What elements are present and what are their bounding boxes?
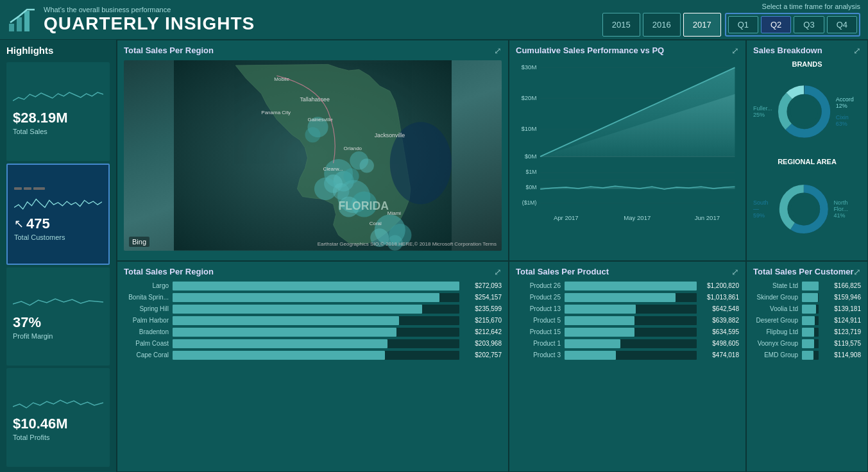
bar-fill (565, 339, 620, 348)
bar-label: Product 13 (516, 305, 561, 312)
brands-right-labels: Accord12% Cixin 63% (836, 96, 861, 127)
year-2016-button[interactable]: 2016 (643, 13, 681, 37)
bar-fill (802, 316, 815, 325)
bar-track (802, 293, 819, 302)
bar-track (565, 293, 697, 302)
bar-label: Palm Coast (124, 340, 169, 347)
bar-value: $639,882 (701, 317, 739, 324)
regional-title: REGIONAL AREA (778, 158, 837, 165)
breakdown-expand-icon[interactable]: ⤢ (853, 46, 861, 56)
total-profits-value: $10.46M (13, 416, 103, 432)
brand-accord-label: Accord12% (836, 96, 861, 109)
year-buttons: 2015 2016 2017 (602, 13, 721, 37)
q3-button[interactable]: Q3 (794, 16, 824, 33)
bar-track (802, 305, 819, 314)
svg-rect-0 (9, 24, 14, 31)
cumulative-chart: $30M $20M $10M $0M $1M $0M ($1M) (516, 60, 739, 251)
cumulative-expand-icon[interactable]: ⤢ (731, 46, 739, 56)
total-sales-card[interactable]: $28.19M Total Sales (6, 62, 110, 161)
bar-fill (173, 293, 439, 302)
bar-label: Product 3 (516, 351, 561, 358)
main-grid: Highlights $28.19M Total Sales ↖ (0, 40, 868, 472)
cumulative-title: Cumulative Sales Performance vs PQ (516, 46, 739, 55)
bar-value: $123,719 (822, 328, 861, 335)
total-profits-card[interactable]: $10.46M Total Profits (6, 368, 110, 467)
svg-text:Gainesville: Gainesville (307, 117, 333, 122)
bar-label: Largo (124, 282, 169, 289)
bar-row: Product 13 $642,548 (516, 305, 739, 314)
bar-value: $203,968 (463, 340, 502, 347)
svg-text:($1M): ($1M) (522, 199, 537, 206)
brands-title: BRANDS (792, 60, 822, 68)
svg-text:Tallahassee: Tallahassee (300, 96, 330, 103)
breakdown-section: Sales Breakdown ⤢ BRANDS Fuller...25% (746, 40, 868, 261)
bar-track (565, 339, 697, 348)
regional-north-label: North Flor...41% (833, 199, 861, 219)
bar-track (173, 282, 459, 291)
bar-row: Deseret Group $124,911 (753, 316, 861, 325)
bar-row: Palm Harbor $215,670 (124, 316, 502, 325)
year-2017-button[interactable]: 2017 (683, 13, 721, 37)
bar-row: Flipbug Ltd $123,719 (753, 328, 861, 337)
bottom-product-section: Total Sales Per Product ⤢ Product 26 $1,… (509, 261, 746, 472)
bar-value: $114,908 (822, 351, 861, 358)
svg-text:$30M: $30M (521, 63, 536, 71)
bar-row: Product 25 $1,013,861 (516, 293, 739, 302)
brand-cixin-label: Cixin 63% (836, 114, 861, 127)
bar-fill (802, 328, 814, 337)
total-customers-sparkline (14, 194, 102, 213)
bar-row: Skinder Group $159,946 (753, 293, 861, 302)
profit-margin-card[interactable]: 37% Profit Margin (6, 267, 110, 366)
bar-label: Deseret Group (753, 317, 798, 324)
bar-fill (565, 328, 634, 337)
florida-map-svg: Tallahassee Mobile Panama City Gainesvil… (124, 60, 502, 251)
q4-button[interactable]: Q4 (827, 16, 857, 33)
svg-text:Jacksonville: Jacksonville (375, 132, 405, 139)
brands-donut-svg (776, 83, 832, 140)
bar-value: $212,642 (463, 328, 502, 335)
svg-text:$10M: $10M (521, 125, 536, 132)
svg-text:$0M: $0M (526, 184, 537, 190)
profit-margin-sparkline (13, 292, 103, 312)
total-profits-sparkline (13, 394, 103, 413)
svg-text:$0M: $0M (525, 153, 537, 160)
svg-text:Miami: Miami (387, 210, 402, 216)
bar-value: $202,757 (463, 351, 502, 358)
bar-label: Cape Coral (124, 351, 169, 358)
q1-button[interactable]: Q1 (728, 16, 758, 33)
bar-value: $642,548 (701, 305, 739, 312)
bar-label: Voolia Ltd (753, 305, 798, 312)
donut-group: BRANDS Fuller...25% (753, 60, 861, 251)
q2-button[interactable]: Q2 (761, 16, 791, 33)
total-customers-card[interactable]: ↖ 475 Total Customers (6, 164, 110, 265)
brands-left-labels: Fuller...25% (753, 105, 772, 118)
bing-logo: Bing (129, 237, 149, 247)
bar-label: Product 25 (516, 294, 561, 301)
bar-value: $139,181 (822, 305, 861, 312)
bar-track (173, 328, 459, 337)
bottom-region-expand-icon[interactable]: ⤢ (494, 267, 502, 277)
year-2015-button[interactable]: 2015 (602, 13, 640, 37)
bottom-customer-expand-icon[interactable]: ⤢ (853, 267, 861, 277)
map-expand-icon[interactable]: ⤢ (494, 46, 502, 56)
map-attribution: Earthstar Geographics SIO,© 2018 HERE,© … (318, 241, 497, 247)
svg-point-21 (359, 158, 373, 173)
bottom-customer-section: Total Sales Per Customer ⤢ State Ltd $16… (746, 261, 868, 472)
cursor-icon: ↖ (14, 217, 24, 231)
regional-left-labels: South —59% (753, 199, 774, 219)
bottom-region-section: Total Sales Per Region ⤢ Largo $272,093 … (117, 261, 509, 472)
bar-row: Product 5 $639,882 (516, 316, 739, 325)
bottom-product-expand-icon[interactable]: ⤢ (731, 267, 739, 277)
bar-label: EMD Group (753, 351, 798, 358)
map-section: Total Sales Per Region ⤢ (117, 40, 509, 261)
bar-fill (173, 316, 399, 325)
svg-text:Clearw...: Clearw... (323, 166, 343, 172)
bar-label: Product 15 (516, 328, 561, 335)
svg-marker-49 (540, 185, 735, 189)
bar-fill (565, 316, 634, 325)
regional-right-labels: North Flor...41% (833, 199, 861, 219)
bar-track (802, 328, 819, 337)
bar-row: Product 26 $1,200,820 (516, 282, 739, 291)
bar-row: EMD Group $114,908 (753, 351, 861, 360)
bar-fill (173, 328, 396, 337)
